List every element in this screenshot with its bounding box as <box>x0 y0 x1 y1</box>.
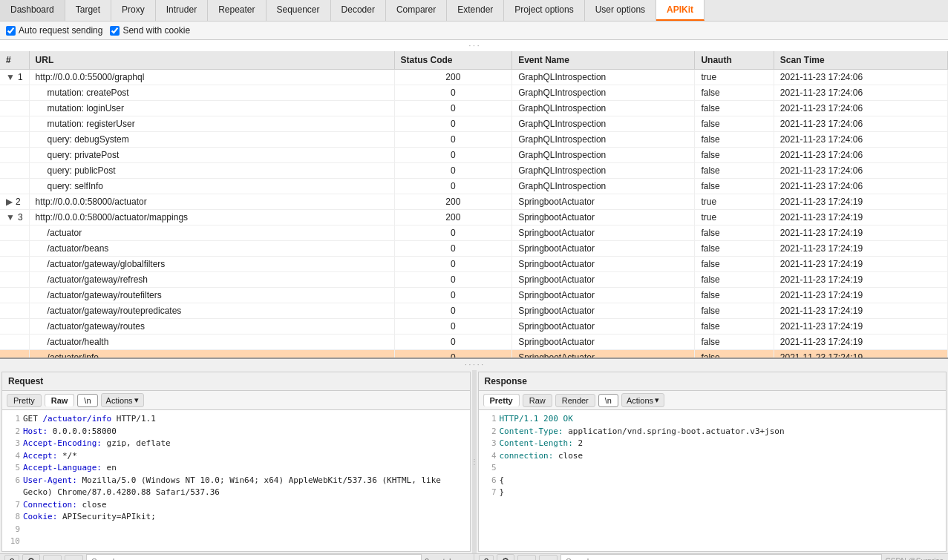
nav-item-extender[interactable]: Extender <box>447 0 504 21</box>
response-tab-newline[interactable]: \n <box>598 394 618 407</box>
expand-icon[interactable]: ▼ <box>6 72 15 82</box>
row-url: http://0.0.0.0:58000/actuator <box>29 194 394 210</box>
response-tab-render[interactable]: Render <box>555 394 595 407</box>
response-actions-dropdown[interactable]: Actions ▾ <box>621 393 664 407</box>
row-time: 2021-11-23 17:24:19 <box>774 288 947 303</box>
row-url: /actuator/gateway/routepredicates <box>29 303 394 319</box>
drag-handle-top: · · · <box>0 40 948 51</box>
row-unauth: true <box>695 70 774 85</box>
nav-item-target[interactable]: Target <box>65 0 111 21</box>
row-url: /actuator <box>29 225 394 241</box>
table-row[interactable]: /actuator/info0SpringbootActuatorfalse20… <box>0 350 948 360</box>
right-prev-button[interactable]: ← <box>517 555 536 561</box>
nav-item-user-options[interactable]: User options <box>585 0 656 21</box>
row-url: mutation: registerUser <box>29 116 394 132</box>
table-row[interactable]: /actuator/health0SpringbootActuatorfalse… <box>0 335 948 350</box>
table-row[interactable]: /actuator/gateway/refresh0SpringbootActu… <box>0 272 948 288</box>
table-row[interactable]: query: debugSystem0GraphQLIntrospectionf… <box>0 132 948 148</box>
request-line: 10 <box>8 536 464 548</box>
row-status: 0 <box>394 179 512 194</box>
row-status: 0 <box>394 163 512 179</box>
nav-item-project-options[interactable]: Project options <box>504 0 584 21</box>
left-prev-button[interactable]: ← <box>43 555 62 561</box>
response-header: Response <box>479 372 947 391</box>
table-row[interactable]: /actuator/gateway/routes0SpringbootActua… <box>0 319 948 335</box>
row-num <box>0 101 29 116</box>
response-tab-pretty[interactable]: Pretty <box>483 394 520 406</box>
row-url: /actuator/health <box>29 335 394 350</box>
row-num: ▶2 <box>0 194 29 210</box>
request-tab-pretty[interactable]: Pretty <box>7 394 42 407</box>
row-event: SpringbootActuator <box>512 257 695 272</box>
left-next-button[interactable]: → <box>65 555 83 561</box>
row-url: query: debugSystem <box>29 132 394 148</box>
line-number: 4 <box>8 450 20 463</box>
line-number: 1 <box>485 413 497 426</box>
right-search-input[interactable] <box>560 554 882 561</box>
panel-splitter[interactable]: ⋮ <box>472 370 477 553</box>
row-event: SpringbootActuator <box>512 272 695 288</box>
left-search-input[interactable] <box>86 554 422 561</box>
row-unauth: true <box>695 210 774 225</box>
panel-drag-handle[interactable]: · · · · · <box>0 359 948 370</box>
row-num <box>0 163 29 179</box>
request-panel: Request Pretty Raw \n Actions ▾ 1GET /ac… <box>1 372 471 552</box>
row-unauth: false <box>695 225 774 241</box>
row-time: 2021-11-23 17:24:06 <box>774 163 947 179</box>
row-status: 0 <box>394 148 512 163</box>
nav-item-intruder[interactable]: Intruder <box>156 0 208 21</box>
nav-item-proxy[interactable]: Proxy <box>111 0 156 21</box>
table-row[interactable]: mutation: createPost0GraphQLIntrospectio… <box>0 85 948 101</box>
nav-item-dashboard[interactable]: Dashboard <box>0 0 65 21</box>
right-next-button[interactable]: → <box>539 555 558 561</box>
row-event: GraphQLIntrospection <box>512 116 695 132</box>
table-row[interactable]: /actuator/beans0SpringbootActuatorfalse2… <box>0 241 948 257</box>
nav-item-comparer[interactable]: Comparer <box>386 0 447 21</box>
send-cookie-label[interactable]: Send with cookie <box>110 25 190 36</box>
request-line: 6User-Agent: Mozilla/5.0 (Windows NT 10.… <box>8 475 464 499</box>
row-url: http://0.0.0.0:58000/actuator/mappings <box>29 210 394 225</box>
table-row[interactable]: ▼3http://0.0.0.0:58000/actuator/mappings… <box>0 210 948 225</box>
right-help-button[interactable]: ? <box>479 555 494 561</box>
left-gear-button[interactable]: ⚙ <box>22 554 40 560</box>
nav-item-repeater[interactable]: Repeater <box>208 0 266 21</box>
nav-item-sequencer[interactable]: Sequencer <box>267 0 331 21</box>
table-row[interactable]: query: selfInfo0GraphQLIntrospectionfals… <box>0 179 948 194</box>
table-row[interactable]: /actuator/gateway/routefilters0Springboo… <box>0 288 948 303</box>
response-tab-raw[interactable]: Raw <box>523 394 552 407</box>
table-header-row: # URL Status Code Event Name Unauth Scan… <box>0 51 948 70</box>
col-time: Scan Time <box>774 51 947 70</box>
request-actions-dropdown[interactable]: Actions ▾ <box>101 393 144 407</box>
table-row[interactable]: query: privatePost0GraphQLIntrospectionf… <box>0 148 948 163</box>
row-unauth: false <box>695 85 774 101</box>
table-row[interactable]: ▶2http://0.0.0.0:58000/actuator200Spring… <box>0 194 948 210</box>
row-unauth: false <box>695 179 774 194</box>
row-status: 0 <box>394 116 512 132</box>
nav-item-decoder[interactable]: Decoder <box>331 0 386 21</box>
response-actions-label: Actions <box>627 396 653 405</box>
auto-request-label[interactable]: Auto request sending <box>6 25 102 36</box>
request-tab-newline[interactable]: \n <box>77 394 97 407</box>
table-row[interactable]: /actuator/gateway/globalfilters0Springbo… <box>0 257 948 272</box>
table-row[interactable]: query: publicPost0GraphQLIntrospectionfa… <box>0 163 948 179</box>
request-tabs: Pretty Raw \n Actions ▾ <box>2 391 470 410</box>
table-row[interactable]: ▼1http://0.0.0.0:55000/graphql200GraphQL… <box>0 70 948 85</box>
row-event: SpringbootActuator <box>512 335 695 350</box>
row-time: 2021-11-23 17:24:19 <box>774 350 947 360</box>
expand-icon[interactable]: ▼ <box>6 212 15 223</box>
left-help-button[interactable]: ? <box>4 555 19 561</box>
request-tab-raw[interactable]: Raw <box>45 394 75 406</box>
table-row[interactable]: mutation: registerUser0GraphQLIntrospect… <box>0 116 948 132</box>
nav-item-apikit[interactable]: APIKit <box>656 0 705 21</box>
expand-icon[interactable]: ▶ <box>6 197 13 207</box>
table-row[interactable]: /actuator/gateway/routepredicates0Spring… <box>0 303 948 319</box>
line-number: 8 <box>8 511 20 524</box>
row-num: ▼3 <box>0 210 29 225</box>
table-row[interactable]: /actuator0SpringbootActuatorfalse2021-11… <box>0 225 948 241</box>
col-event: Event Name <box>512 51 695 70</box>
table-row[interactable]: mutation: loginUser0GraphQLIntrospection… <box>0 101 948 116</box>
auto-request-checkbox[interactable] <box>6 26 16 36</box>
row-url: /actuator/beans <box>29 241 394 257</box>
send-cookie-checkbox[interactable] <box>110 26 120 36</box>
right-gear-button[interactable]: ⚙ <box>497 554 514 560</box>
